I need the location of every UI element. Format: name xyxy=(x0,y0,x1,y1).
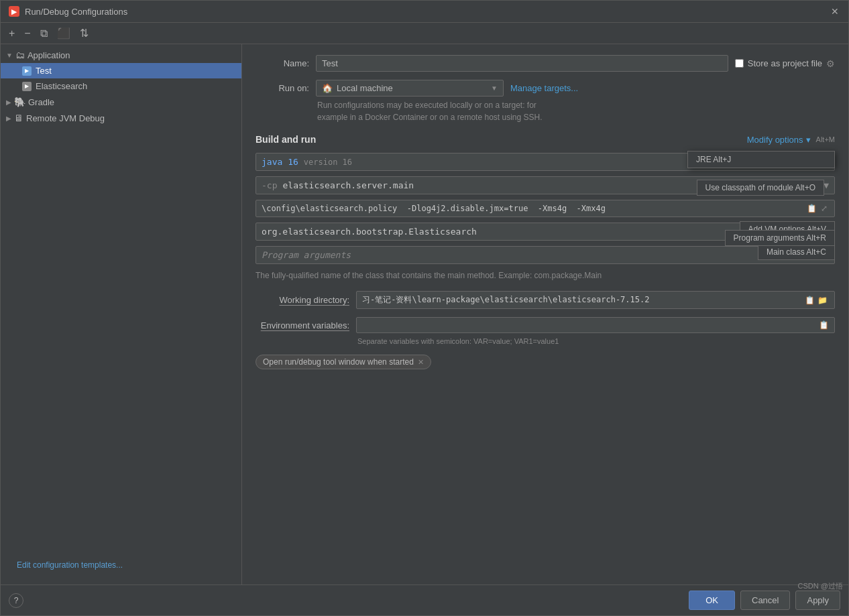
sidebar-item-test[interactable]: ▶ Test xyxy=(1,63,241,78)
program-args-row: Program arguments 📋 ⤢ Program arguments … xyxy=(256,246,835,264)
footer-right: OK Cancel Apply xyxy=(689,591,840,610)
copy-config-button[interactable]: ⧉ xyxy=(38,26,50,41)
add-config-button[interactable]: + xyxy=(6,26,17,41)
sidebar-group-gradle-header[interactable]: ▶ 🐘 Gradle xyxy=(1,94,241,110)
vm-options-field[interactable]: \config\elasticsearch.policy -Dlog4j2.di… xyxy=(256,200,835,217)
cancel-button[interactable]: Cancel xyxy=(740,591,790,610)
config-icon-elasticsearch: ▶ xyxy=(22,82,32,91)
close-button[interactable]: ✕ xyxy=(830,6,840,17)
edit-templates-link[interactable]: Edit configuration templates... xyxy=(17,560,123,570)
sidebar-group-gradle: ▶ 🐘 Gradle xyxy=(1,94,241,110)
main-content: ▼ 🗂 Application ▶ Test ▶ Elasticsearch ▶… xyxy=(1,44,848,584)
vm-options-row: \config\elasticsearch.policy -Dlog4j2.di… xyxy=(256,200,835,217)
module-text: elasticsearch.server.main xyxy=(282,180,414,190)
apply-button[interactable]: Apply xyxy=(795,591,840,610)
run-on-value: Local machine xyxy=(337,83,487,93)
java-version-num: version 16 xyxy=(304,158,352,167)
program-args-placeholder: Program arguments xyxy=(262,250,351,260)
chip-close-icon[interactable]: ✕ xyxy=(418,358,424,367)
right-panel: Name: Store as project file ⚙ Run on: 🏠 … xyxy=(242,44,848,584)
name-row: Name: Store as project file ⚙ xyxy=(256,55,835,72)
store-project-file-checkbox[interactable] xyxy=(735,59,744,68)
modify-options-dropdown: JRE Alt+J xyxy=(687,151,835,168)
sidebar-group-application-header[interactable]: ▼ 🗂 Application xyxy=(1,47,241,63)
section-header: Build and run Modify options ▾ Alt+M JRE… xyxy=(256,134,835,145)
main-class-tooltip: Main class Alt+C xyxy=(758,244,835,260)
chip-open-run-debug: Open run/debug tool window when started … xyxy=(256,355,431,369)
name-label: Name: xyxy=(256,58,309,68)
manage-targets-link[interactable]: Manage targets... xyxy=(510,83,578,93)
vm-options-expand-icon[interactable]: ⤢ xyxy=(819,204,829,213)
working-dir-browse-icon[interactable]: 📁 xyxy=(816,296,829,305)
house-icon: 🏠 xyxy=(322,83,333,93)
vm-options-copy-icon[interactable]: 📋 xyxy=(805,204,818,213)
sidebar-group-remote-jvm-debug: ▶ 🖥 Remote JVM Debug xyxy=(1,110,241,126)
gradle-folder-icon: 🐘 xyxy=(14,97,25,107)
modify-options-label: Modify options xyxy=(747,135,803,145)
working-dir-field[interactable]: 习-笔记-资料\learn-package\elasticsearch\elas… xyxy=(356,291,835,309)
run-on-row: Run on: 🏠 Local machine ▼ Manage targets… xyxy=(256,80,835,97)
sep-text: Separate variables with semicolon: VAR=v… xyxy=(357,337,835,345)
sidebar-group-remote-jvm-debug-header[interactable]: ▶ 🖥 Remote JVM Debug xyxy=(1,110,241,126)
working-dir-row: Working directory: 习-笔记-资料\learn-package… xyxy=(256,291,835,309)
name-input[interactable] xyxy=(316,55,728,72)
title-bar-left: ▶ Run/Debug Configurations xyxy=(9,6,127,17)
footer-left: ? xyxy=(9,593,23,608)
env-vars-edit-icon[interactable]: 📋 xyxy=(819,320,829,330)
sidebar: ▼ 🗂 Application ▶ Test ▶ Elasticsearch ▶… xyxy=(1,44,242,584)
sidebar-group-application-label: Application xyxy=(27,50,70,60)
vm-options-icons: 📋 ⤢ xyxy=(805,204,829,213)
modify-options: Modify options ▾ Alt+M JRE Alt+J xyxy=(747,135,835,145)
program-args-field[interactable]: Program arguments 📋 ⤢ xyxy=(256,246,835,264)
watermark: CSDN @过悟 xyxy=(798,581,843,591)
modify-options-shortcut: Alt+M xyxy=(816,135,835,143)
prog-args-tooltip: Program arguments Alt+R xyxy=(725,230,835,246)
info-text: The fully-qualified name of the class th… xyxy=(256,269,835,282)
dropdown-jre[interactable]: JRE Alt+J xyxy=(688,151,834,168)
sidebar-group-remote-jvm-debug-label: Remote JVM Debug xyxy=(26,113,105,123)
title-bar: ▶ Run/Debug Configurations ✕ xyxy=(1,1,848,23)
working-dir-text: 习-笔记-资料\learn-package\elasticsearch\elas… xyxy=(362,294,803,306)
modify-options-arrow-icon: ▾ xyxy=(806,135,811,145)
working-dir-edit-icon[interactable]: 📋 xyxy=(803,296,816,305)
remove-config-button[interactable]: − xyxy=(21,26,33,41)
toolbar: + − ⧉ ⬛ ⇅ xyxy=(1,23,848,44)
env-vars-label: Environment variables: xyxy=(256,320,349,330)
build-and-run-title: Build and run xyxy=(256,134,316,145)
working-dir-label: Working directory: xyxy=(256,295,349,305)
run-debug-dialog: ▶ Run/Debug Configurations ✕ + − ⧉ ⬛ ⇅ ▼… xyxy=(0,0,849,616)
build-run-section: Build and run Modify options ▾ Alt+M JRE… xyxy=(256,134,835,345)
help-button[interactable]: ? xyxy=(9,593,23,608)
remote-folder-icon: 🖥 xyxy=(14,113,23,123)
move-config-button[interactable]: ⬛ xyxy=(54,25,73,41)
folder-icon: 🗂 xyxy=(15,50,25,60)
app-icon: ▶ xyxy=(9,6,19,17)
module-arrow-icon: ▼ xyxy=(824,180,829,190)
hint-text: Run configurations may be executed local… xyxy=(317,99,835,123)
run-on-arrow-icon: ▼ xyxy=(491,84,498,92)
main-class-text: org.elasticsearch.bootstrap.Elasticsearc… xyxy=(262,227,477,237)
sidebar-group-gradle-label: Gradle xyxy=(28,97,54,107)
vm-options-text: \config\elasticsearch.policy -Dlog4j2.di… xyxy=(262,204,606,213)
sort-config-button[interactable]: ⇅ xyxy=(77,25,91,41)
ok-button[interactable]: OK xyxy=(689,591,735,610)
cp-flag: -cp xyxy=(262,180,277,190)
chevron-right-icon-2: ▶ xyxy=(6,115,11,122)
watermark-text: CSDN @过悟 xyxy=(798,582,843,590)
footer: ? OK Cancel Apply xyxy=(1,584,848,615)
dialog-title: Run/Debug Configurations xyxy=(25,7,127,17)
chip-bar: Open run/debug tool window when started … xyxy=(256,355,835,369)
run-on-select[interactable]: 🏠 Local machine ▼ xyxy=(316,80,504,97)
sidebar-item-test-label: Test xyxy=(36,66,52,76)
chevron-down-icon: ▼ xyxy=(6,52,13,59)
title-bar-controls: ✕ xyxy=(830,6,840,17)
java-version-text: java 16 xyxy=(262,157,298,167)
config-icon: ▶ xyxy=(22,66,32,76)
env-vars-field[interactable]: 📋 xyxy=(356,317,835,333)
classpath-tooltip: Use classpath of module Alt+O xyxy=(697,180,824,196)
sidebar-item-elasticsearch[interactable]: ▶ Elasticsearch xyxy=(1,78,241,94)
store-label: Store as project file xyxy=(748,58,822,68)
gear-icon[interactable]: ⚙ xyxy=(826,58,835,69)
run-on-label: Run on: xyxy=(256,83,309,93)
modify-options-button[interactable]: Modify options ▾ xyxy=(747,135,811,145)
